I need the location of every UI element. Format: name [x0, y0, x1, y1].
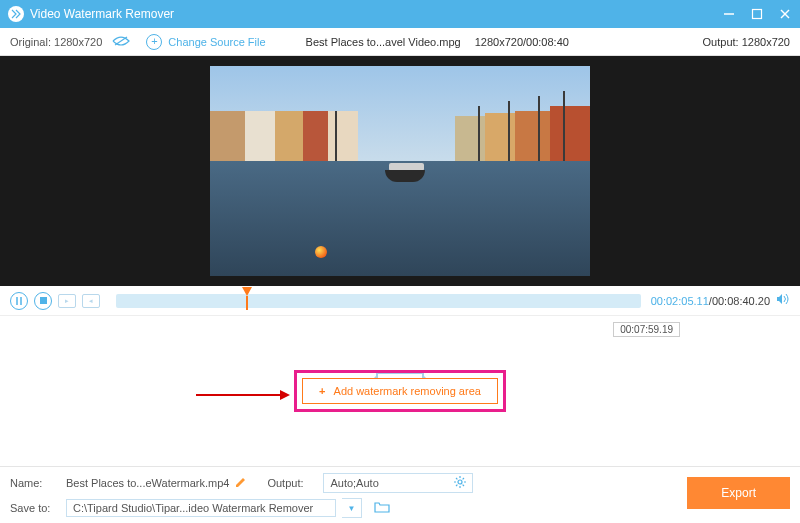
edit-name-icon[interactable]	[235, 476, 247, 490]
close-button[interactable]	[778, 7, 792, 21]
timeline-scrubber[interactable]	[116, 294, 641, 308]
name-label: Name:	[10, 477, 60, 489]
save-path-value: C:\Tipard Studio\Tipar...ideo Watermark …	[73, 502, 313, 514]
svg-rect-7	[40, 297, 47, 304]
output-dimensions-label: Output: 1280x720	[703, 36, 790, 48]
add-watermark-label: Add watermark removing area	[334, 385, 481, 397]
change-source-button[interactable]: + Change Source File	[146, 34, 265, 50]
tutorial-arrow-icon	[196, 394, 288, 396]
tutorial-highlight: + Add watermark removing area	[294, 370, 506, 412]
maximize-button[interactable]	[750, 7, 764, 21]
save-path-input[interactable]: C:\Tipard Studio\Tipar...ideo Watermark …	[66, 499, 336, 517]
stop-button[interactable]	[34, 292, 52, 310]
settings-gear-icon[interactable]	[454, 476, 466, 490]
plus-circle-icon: +	[146, 34, 162, 50]
playhead-icon[interactable]	[242, 287, 252, 296]
output-format-select[interactable]: Auto;Auto	[323, 473, 473, 493]
pause-button[interactable]	[10, 292, 28, 310]
save-path-dropdown[interactable]: ▼	[342, 498, 362, 518]
app-logo-icon	[8, 6, 24, 22]
playback-controls: ▸ ◂ 00:02:05.11 /00:08:40.20	[0, 286, 800, 316]
original-dimensions-label: Original: 1280x720	[10, 36, 102, 48]
titlebar: Video Watermark Remover	[0, 0, 800, 28]
app-title: Video Watermark Remover	[30, 7, 722, 21]
preview-toggle-icon[interactable]	[112, 35, 130, 49]
open-folder-icon[interactable]	[374, 501, 390, 515]
video-frame	[210, 66, 590, 276]
add-watermark-area-button[interactable]: + Add watermark removing area	[302, 378, 498, 404]
marker-dot-icon	[315, 246, 327, 258]
source-filename: Best Places to...avel Video.mpg	[306, 36, 461, 48]
export-button[interactable]: Export	[687, 477, 790, 509]
plus-icon: +	[319, 385, 325, 397]
output-name-value: Best Places to...eWatermark.mp4	[66, 477, 229, 489]
mark-in-button[interactable]: ▸	[58, 294, 76, 308]
minimize-button[interactable]	[722, 7, 736, 21]
svg-rect-1	[753, 10, 762, 19]
total-duration: /00:08:40.20	[709, 295, 770, 307]
timestamp-badge: 00:07:59.19	[613, 322, 680, 337]
mark-out-button[interactable]: ◂	[82, 294, 100, 308]
source-dimensions-duration: 1280x720/00:08:40	[475, 36, 569, 48]
watermark-dropzone: 00:07:59.19 + Add watermark removing are…	[0, 316, 800, 466]
toolbar: Original: 1280x720 + Change Source File …	[0, 28, 800, 56]
output-label: Output:	[267, 477, 317, 489]
saveto-label: Save to:	[10, 502, 60, 514]
svg-point-8	[458, 480, 462, 484]
output-format-value: Auto;Auto	[330, 477, 378, 489]
video-preview[interactable]	[0, 56, 800, 286]
volume-icon[interactable]	[776, 293, 790, 308]
bottom-panel: Name: Best Places to...eWatermark.mp4 Ou…	[0, 466, 800, 523]
change-source-label: Change Source File	[168, 36, 265, 48]
current-time: 00:02:05.11	[651, 295, 709, 307]
